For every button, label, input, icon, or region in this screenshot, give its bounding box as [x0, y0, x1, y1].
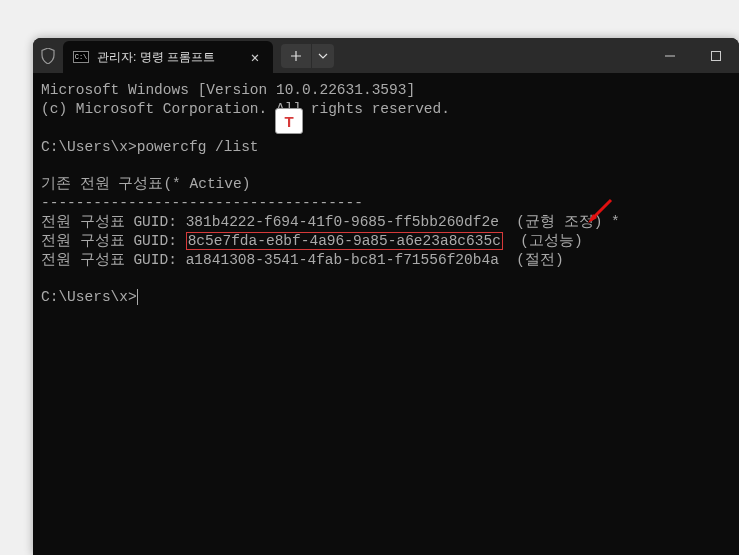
terminal-window: C:\ 관리자: 명령 프롬프트 ✕ Microsoft Windows [Ve…	[33, 38, 739, 555]
annotation-marker: T	[275, 108, 303, 134]
prompt-path: C:\Users\x>	[41, 289, 137, 305]
version-line: Microsoft Windows [Version 10.0.22631.35…	[41, 81, 731, 100]
cmd-icon: C:\	[73, 51, 89, 63]
schemes-header: 기존 전원 구성표(* Active)	[41, 175, 731, 194]
command-line-1: C:\Users\x>powercfg /list	[41, 138, 731, 157]
highlighted-guid: 8c5e7fda-e8bf-4a96-9a85-a6e23a8c635c	[186, 232, 503, 250]
window-controls	[647, 38, 739, 73]
svg-rect-0	[712, 51, 721, 60]
command-text: powercfg /list	[137, 139, 259, 155]
separator-line: -------------------------------------	[41, 194, 731, 213]
scheme-name: (고성능)	[503, 233, 583, 249]
cursor	[137, 289, 138, 305]
scheme-line-1: 전원 구성표 GUID: 381b4222-f694-41f0-9685-ff5…	[41, 213, 731, 232]
blank-line	[41, 269, 731, 288]
scheme-name: (절전)	[499, 252, 564, 268]
tab-title: 관리자: 명령 프롬프트	[97, 49, 239, 66]
blank-line	[41, 156, 731, 175]
tab-controls	[281, 44, 334, 68]
scheme-guid: a1841308-3541-4fab-bc81-f71556f20b4a	[186, 252, 499, 268]
prompt-path: C:\Users\x>	[41, 139, 137, 155]
annotation-letter: T	[284, 113, 293, 130]
titlebar: C:\ 관리자: 명령 프롬프트 ✕	[33, 38, 739, 73]
terminal-output[interactable]: Microsoft Windows [Version 10.0.22631.35…	[33, 73, 739, 315]
minimize-button[interactable]	[647, 38, 693, 73]
scheme-guid: 381b4222-f694-41f0-9685-ff5bb260df2e	[186, 214, 499, 230]
scheme-line-2: 전원 구성표 GUID: 8c5e7fda-e8bf-4a96-9a85-a6e…	[41, 232, 731, 251]
new-tab-button[interactable]	[281, 44, 311, 68]
scheme-name: (균형 조정) *	[499, 214, 620, 230]
close-icon[interactable]: ✕	[247, 49, 263, 65]
tab-active[interactable]: C:\ 관리자: 명령 프롬프트 ✕	[63, 41, 273, 73]
blank-line	[41, 119, 731, 138]
shield-icon	[33, 38, 63, 73]
copyright-line: (c) Microsoft Corporation. All rights re…	[41, 100, 731, 119]
scheme-line-3: 전원 구성표 GUID: a1841308-3541-4fab-bc81-f71…	[41, 251, 731, 270]
command-line-2: C:\Users\x>	[41, 288, 731, 307]
maximize-button[interactable]	[693, 38, 739, 73]
tab-dropdown-button[interactable]	[312, 44, 334, 68]
